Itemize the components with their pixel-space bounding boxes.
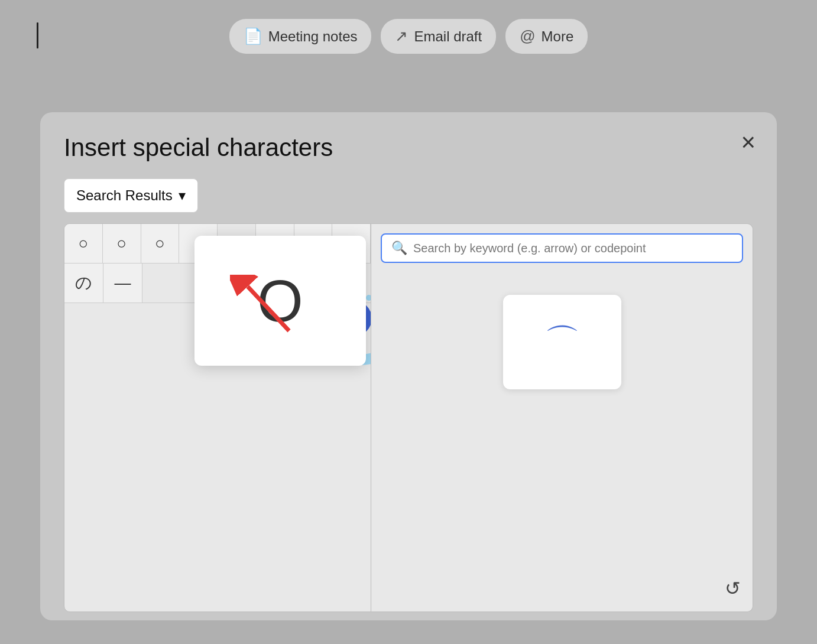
more-label: More [542, 28, 574, 45]
char-cell-8[interactable]: の [64, 264, 103, 303]
preview-symbol: ⌒ [544, 318, 580, 366]
char-grid-panel: ○ ○ ○ ○ O · ° ✉ の — O [64, 223, 371, 612]
search-bar: 🔍 [381, 233, 743, 263]
dropdown-button[interactable]: Search Results ▾ [64, 178, 198, 213]
more-button[interactable]: @ More [505, 19, 588, 54]
modal-title: Insert special characters [64, 134, 753, 162]
email-icon: ↗ [395, 27, 408, 45]
reset-icon: ↺ [725, 578, 741, 599]
search-input[interactable] [413, 242, 732, 255]
modal-backdrop: Insert special characters × Search Resul… [40, 112, 777, 620]
email-draft-button[interactable]: ↗ Email draft [381, 19, 496, 54]
char-cell-9[interactable]: — [103, 264, 142, 303]
dropdown-arrow-icon: ▾ [179, 187, 186, 204]
at-icon: @ [520, 27, 535, 45]
content-row: ○ ○ ○ ○ O · ° ✉ の — O [64, 223, 753, 612]
modal-close-button[interactable]: × [741, 130, 756, 155]
meeting-notes-label: Meeting notes [268, 28, 358, 45]
char-cell-1[interactable]: ○ [103, 224, 141, 263]
dropdown-label: Search Results [76, 187, 173, 204]
preview-card: ⌒ [503, 295, 621, 389]
svg-line-1 [248, 287, 289, 331]
red-arrow [230, 275, 301, 342]
char-cell-2[interactable]: ○ [141, 224, 180, 263]
char-tooltip-popup: O [194, 236, 366, 366]
cursor-bar [37, 22, 38, 48]
reset-icon-button[interactable]: ↺ [725, 577, 741, 600]
document-icon: 📄 [244, 27, 262, 45]
search-panel: 🔍 ⌒ ↺ [371, 223, 753, 612]
search-icon: 🔍 [391, 240, 407, 256]
email-draft-label: Email draft [414, 28, 482, 45]
meeting-notes-button[interactable]: 📄 Meeting notes [229, 19, 372, 54]
char-cell-0[interactable]: ○ [64, 224, 103, 263]
top-bar: 📄 Meeting notes ↗ Email draft @ More [0, 0, 817, 70]
